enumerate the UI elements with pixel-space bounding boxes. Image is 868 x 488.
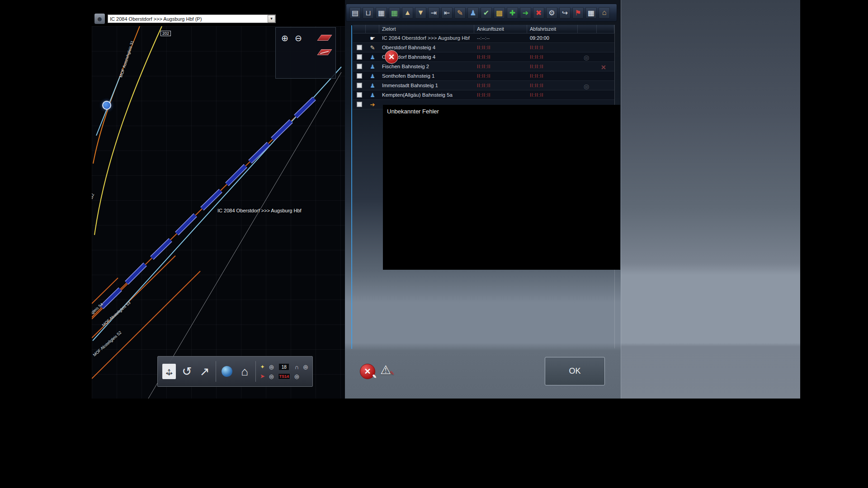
row-checkbox[interactable]	[357, 83, 362, 88]
row-arrival: --:--:--	[474, 35, 527, 41]
zoom-level-value: 18	[278, 363, 289, 371]
track-gray	[148, 72, 341, 399]
move-down-button[interactable]: ▼	[415, 7, 426, 19]
map-mini-panel: ⊕ ⊖	[275, 27, 336, 79]
grid-small-button[interactable]: ▦	[376, 7, 387, 19]
settings-doc-button[interactable]: ⚙	[546, 7, 557, 19]
schedule-panel: ▤ ⊔ ▦ ▦ ▲ ▼ ⇥ ⇤ ✎ ♟ ✔ ▩ ✚ ➔ ✖ ⚙ ↪ ⚑ ▦ ⌂ …	[345, 0, 621, 399]
train-blocks[interactable]	[102, 99, 314, 307]
signal-layer-icon[interactable]: ✦	[260, 364, 265, 370]
table-row-stop[interactable]: ♟ Kempten(Allgäu) Bahnsteig 5a II:II:II …	[353, 90, 614, 100]
home-button[interactable]: ⌂	[238, 364, 251, 379]
zoom-out-icon[interactable]: ⊖	[295, 33, 302, 43]
route-arrow-icon[interactable]: ➤	[260, 373, 265, 380]
toolbar-divider	[255, 361, 256, 382]
table-row-stop[interactable]: ♟ Immenstadt Bahnsteig 1 II:II:II II:II:…	[353, 81, 614, 90]
row-checkbox[interactable]	[357, 64, 362, 69]
map-nav-toolbar: ↔ ↕ ↺ ↗ ⌂ ✦ ◎ 18 ∩ ◎ ➤ ◎ TS14 ◎	[157, 356, 313, 387]
row-departure: II:II:II	[527, 55, 578, 60]
row-departure: II:II:II	[527, 45, 578, 50]
signal-tag-202: 202	[160, 31, 171, 36]
pointer-hand-icon: ☛	[370, 35, 375, 42]
route-selector-dropdown-button[interactable]: ▼	[268, 15, 275, 23]
schedule-table: Zielort Ankunftszeit Abfahrtszeit ☛ IC 2…	[353, 25, 614, 109]
delete-button[interactable]: ⊔	[363, 7, 374, 19]
header-zielort[interactable]: Zielort	[379, 25, 474, 33]
header-extra-2	[597, 25, 614, 33]
lock-icon[interactable]: ∩	[295, 364, 299, 371]
row-checkbox[interactable]	[357, 54, 362, 60]
header-ankunftszeit[interactable]: Ankunftszeit	[474, 25, 527, 33]
row-arrival: II:II:II	[474, 74, 527, 79]
pan-tool-button[interactable]: ↔ ↕	[162, 364, 176, 379]
edit-warning-icon[interactable]: ⚠ ✎	[380, 363, 391, 377]
timetable-button[interactable]: ▦	[585, 7, 597, 19]
route-selector-input[interactable]	[108, 14, 276, 23]
delete-error-icon[interactable]: ✕ ✎	[360, 364, 375, 379]
header-icon-column	[366, 25, 379, 33]
row-arrival: II:II:II	[474, 93, 527, 98]
passenger-icon: ♟	[370, 63, 375, 70]
globe-icon	[222, 366, 232, 377]
row-departure: 09:20:00	[527, 35, 578, 41]
table-row-train[interactable]: ☛ IC 2084 Oberstdorf >>> Augsburg Hbf --…	[353, 33, 614, 43]
depot-button[interactable]: ⌂	[599, 7, 610, 19]
edit-route-button[interactable]: ✎	[454, 7, 466, 19]
schedule-toolbar: ▤ ⊔ ▦ ▦ ▲ ▼ ⇥ ⇤ ✎ ♟ ✔ ▩ ✚ ➔ ✖ ⚙ ↪ ⚑ ▦ ⌂	[346, 4, 617, 22]
row-checkbox[interactable]	[357, 102, 362, 107]
globe-button[interactable]	[220, 364, 234, 379]
move-up-button[interactable]: ▲	[402, 7, 413, 19]
row-arrival: II:II:II	[474, 83, 527, 88]
track-edit-icon[interactable]	[317, 49, 332, 55]
passenger-icon: ♟	[370, 54, 375, 61]
row-destination: Fischen Bahnsteig 2	[379, 64, 474, 69]
import-button[interactable]: ↪	[559, 7, 571, 19]
layer-radio-2[interactable]: ◎	[303, 364, 308, 370]
color-grid-button[interactable]: ▩	[494, 7, 505, 19]
shift-right-button[interactable]: ⇥	[428, 7, 439, 19]
shift-left-button[interactable]: ⇤	[441, 7, 453, 19]
row-arrival: II:II:II	[474, 55, 527, 60]
table-row-stop[interactable]: ♟ Sonthofen Bahnsteig 1 II:II:II II:II:I…	[353, 71, 614, 81]
row-checkbox[interactable]	[357, 92, 362, 98]
track-map-view[interactable]: MOF Ausziehgleis 31 rmarker W2 MOF Abste…	[92, 0, 345, 399]
passengers-button[interactable]: ♟	[467, 7, 479, 19]
header-checkbox-column	[353, 25, 366, 33]
row-destination: Immenstadt Bahnsteig 1	[379, 83, 474, 88]
row-destination: Oberstdorf Bahnsteig 4	[379, 45, 474, 50]
add-stop-button[interactable]: ✚	[507, 7, 518, 19]
track-orange-siding-54	[92, 278, 118, 304]
zoom-in-icon[interactable]: ⊕	[281, 33, 288, 43]
jump-to-button[interactable]: ↗	[198, 364, 212, 379]
layer-radio-4[interactable]: ◎	[294, 373, 299, 380]
track-ribbon-icon[interactable]	[317, 35, 332, 41]
error-popup: Unbekannter Fehler	[383, 105, 620, 270]
route-selector: ▼	[108, 14, 276, 23]
pencil-icon: ✎	[390, 370, 394, 376]
layer-radio-1[interactable]: ◎	[269, 364, 274, 370]
pan-vertical-icon: ↕	[162, 364, 176, 379]
row-checkbox[interactable]	[357, 45, 362, 50]
app-window: MOF Ausziehgleis 31 rmarker W2 MOF Abste…	[92, 0, 800, 399]
grid-green-button[interactable]: ▦	[389, 7, 400, 19]
position-marker[interactable]	[102, 101, 111, 110]
flag-button[interactable]: ⚑	[572, 7, 584, 19]
header-abfahrtszeit[interactable]: Abfahrtszeit	[527, 25, 578, 33]
world-view-strip	[621, 0, 800, 399]
ghost-error-icon: ✕	[601, 64, 606, 71]
row-arrival: II:II:II	[474, 64, 527, 69]
map-display-options: ✦ ◎ 18 ∩ ◎ ➤ ◎ TS14 ◎	[260, 363, 308, 380]
row-departure: II:II:II	[527, 64, 578, 69]
cancel-route-button[interactable]: ✖	[533, 7, 544, 19]
error-popup-text: Unbekannter Fehler	[387, 108, 439, 115]
row-checkbox[interactable]	[357, 73, 362, 79]
operator-icon: ☻	[94, 14, 105, 24]
ts-version-label: TS14	[278, 373, 291, 380]
confirm-schedule-button[interactable]: ✔	[481, 7, 492, 19]
layer-radio-3[interactable]: ◎	[269, 373, 274, 380]
row-departure: II:II:II	[527, 74, 578, 79]
rotate-view-button[interactable]: ↺	[180, 364, 193, 379]
ok-button[interactable]: OK	[545, 357, 605, 385]
save-button[interactable]: ▤	[349, 7, 361, 19]
start-route-button[interactable]: ➔	[520, 7, 531, 19]
